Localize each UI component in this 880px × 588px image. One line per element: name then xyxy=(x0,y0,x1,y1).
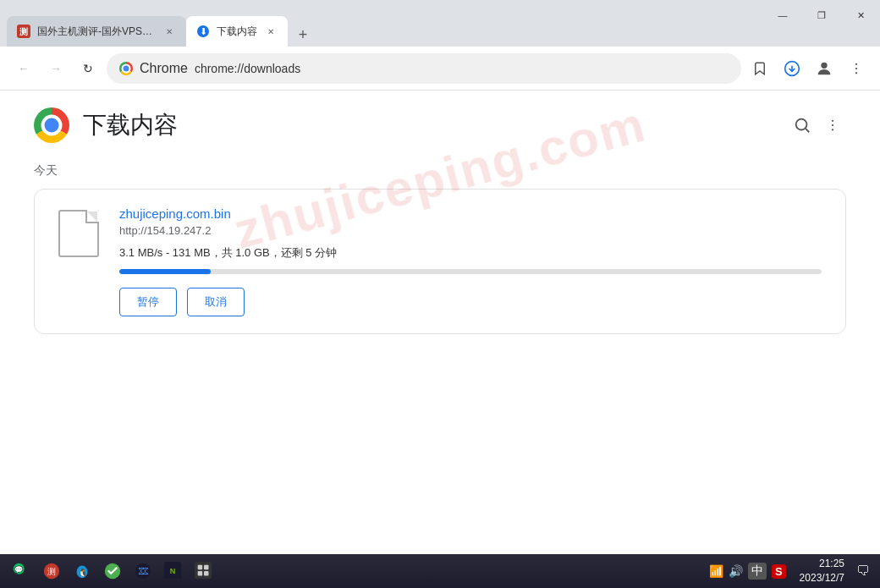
taskbar: 💬 测 🐧 ⯴ N 📶 🔊 中 S 21:25 2023/12/7 xyxy=(0,554,880,588)
download-url: http://154.19.247.2 xyxy=(119,224,822,237)
svg-rect-27 xyxy=(198,565,203,570)
download-actions: 暂停 取消 xyxy=(119,288,822,316)
nvidia-icon[interactable]: N xyxy=(162,560,184,582)
window-controls: — ❐ ✕ xyxy=(763,0,880,30)
svg-point-14 xyxy=(832,129,833,130)
antivirus-icon[interactable]: S xyxy=(772,564,786,579)
volume-icon[interactable]: 🔊 xyxy=(729,564,743,578)
sys-tray: 📶 🔊 中 S xyxy=(709,563,786,580)
svg-point-12 xyxy=(832,120,833,122)
profile-button[interactable] xyxy=(811,55,838,82)
svg-text:⯴: ⯴ xyxy=(138,564,149,577)
tab-title-2: 下载内容 xyxy=(217,25,257,39)
back-button[interactable]: ← xyxy=(10,55,37,82)
download-status: 3.1 MB/s - 131 MB，共 1.0 GB，还剩 5 分钟 xyxy=(119,245,822,261)
grid-app-icon[interactable] xyxy=(193,560,215,582)
file-icon xyxy=(58,210,99,257)
download-status-icon[interactable] xyxy=(778,55,806,82)
svg-rect-29 xyxy=(198,571,203,576)
forward-button[interactable]: → xyxy=(42,55,69,82)
clock[interactable]: 21:25 2023/12/7 xyxy=(800,557,844,585)
ime-label[interactable]: 中 xyxy=(748,563,767,580)
svg-text:测: 测 xyxy=(47,567,56,576)
page-title: 下载内容 xyxy=(83,109,178,141)
svg-text:测: 测 xyxy=(19,27,28,36)
chrome-logo-large-icon xyxy=(34,107,69,143)
clock-date: 2023/12/7 xyxy=(800,571,844,585)
svg-point-8 xyxy=(855,67,857,69)
tab-inactive[interactable]: 测 国外主机测评-国外VPS，国... ✕ xyxy=(7,16,186,47)
new-tab-button[interactable]: + xyxy=(291,23,315,47)
svg-rect-30 xyxy=(204,571,209,576)
search-downloads-button[interactable] xyxy=(789,112,816,139)
notification-icon[interactable]: 🗨 xyxy=(856,563,870,579)
restore-button[interactable]: ❐ xyxy=(802,0,841,30)
tab-favicon-1: 测 xyxy=(17,25,30,38)
bluetooth-icon[interactable]: ⯴ xyxy=(132,560,154,582)
svg-point-6 xyxy=(821,62,827,68)
reload-button[interactable]: ↻ xyxy=(74,55,102,82)
svg-rect-26 xyxy=(195,562,212,579)
address-input-box[interactable]: Chrome chrome://downloads xyxy=(107,53,741,84)
wechat-icon[interactable]: 💬 xyxy=(10,560,32,582)
progress-bar-container xyxy=(119,269,822,274)
chrome-label: Chrome xyxy=(140,61,188,76)
clock-time: 21:25 xyxy=(800,557,844,571)
minimize-button[interactable]: — xyxy=(763,0,802,30)
section-today-label: 今天 xyxy=(34,163,846,179)
title-bar: 测 国外主机测评-国外VPS，国... ✕ ⬇ 下载内容 ✕ + — ❐ ✕ xyxy=(0,0,880,47)
qq-icon[interactable]: 🐧 xyxy=(71,560,93,582)
close-button[interactable]: ✕ xyxy=(841,0,880,30)
download-filename: zhujiceping.com.bin xyxy=(119,206,822,221)
svg-line-11 xyxy=(806,129,809,132)
chrome-logo-icon xyxy=(119,62,133,75)
taskbar-right: 📶 🔊 中 S 21:25 2023/12/7 🗨 xyxy=(709,557,870,585)
address-bar: ← → ↻ Chrome chrome://downloads xyxy=(0,47,880,91)
tab-close-1[interactable]: ✕ xyxy=(162,25,176,38)
downloads-title-group: 下载内容 xyxy=(34,107,178,143)
pause-button[interactable]: 暂停 xyxy=(119,288,177,316)
header-icons xyxy=(789,112,846,139)
tab-title-1: 国外主机测评-国外VPS，国... xyxy=(37,25,156,39)
svg-point-7 xyxy=(855,63,857,64)
fire-fox-icon[interactable]: 测 xyxy=(41,560,63,582)
download-card: zhujiceping.com.bin http://154.19.247.2 … xyxy=(34,189,846,334)
tab-group: 测 国外主机测评-国外VPS，国... ✕ ⬇ 下载内容 ✕ + xyxy=(0,0,315,47)
tab-favicon-2: ⬇ xyxy=(196,25,210,38)
svg-text:💬: 💬 xyxy=(14,565,24,574)
download-info: zhujiceping.com.bin http://154.19.247.2 … xyxy=(119,206,822,316)
svg-text:N: N xyxy=(170,567,176,575)
svg-point-9 xyxy=(855,72,857,74)
svg-point-10 xyxy=(796,119,807,130)
svg-rect-28 xyxy=(204,565,209,570)
downloads-menu-button[interactable] xyxy=(819,112,846,139)
svg-text:🐧: 🐧 xyxy=(78,568,88,578)
page-content: 下载内容 zhujiceping.com 今天 zhujiceping.com.… xyxy=(0,91,880,554)
downloads-header: 下载内容 xyxy=(34,107,846,143)
url-text: chrome://downloads xyxy=(195,62,729,75)
svg-text:⬇: ⬇ xyxy=(200,26,207,36)
network-icon[interactable]: 📶 xyxy=(709,564,723,578)
tab-active[interactable]: ⬇ 下载内容 ✕ xyxy=(186,16,288,47)
bookmark-icon[interactable] xyxy=(746,55,773,82)
checkmark-app-icon[interactable] xyxy=(102,560,124,582)
chrome-menu-button[interactable] xyxy=(843,55,870,82)
svg-point-13 xyxy=(832,124,833,126)
tab-close-2[interactable]: ✕ xyxy=(264,25,278,38)
cancel-button[interactable]: 取消 xyxy=(187,288,245,316)
taskbar-left: 💬 测 🐧 ⯴ N xyxy=(10,560,215,582)
progress-bar-fill xyxy=(119,269,211,274)
